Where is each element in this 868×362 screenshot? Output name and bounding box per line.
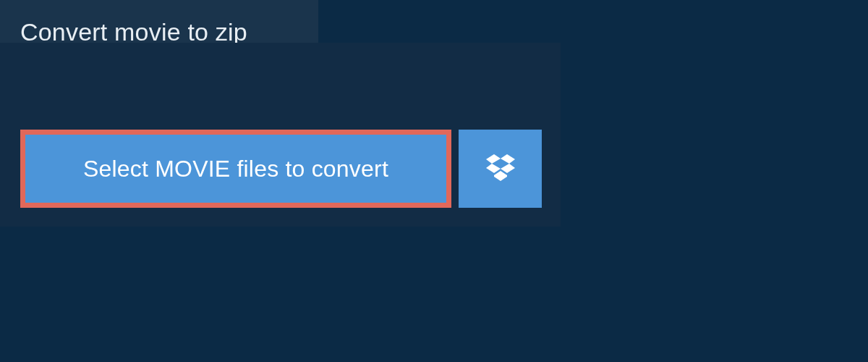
select-files-button[interactable]: Select MOVIE files to convert	[20, 130, 451, 208]
svg-marker-2	[486, 164, 501, 173]
dropbox-icon	[486, 153, 515, 185]
svg-marker-1	[501, 154, 515, 164]
dropbox-button[interactable]	[459, 130, 542, 208]
tab-label: Convert movie to zip	[20, 18, 247, 46]
converter-panel: Select MOVIE files to convert	[0, 43, 561, 227]
svg-marker-0	[486, 154, 501, 164]
action-row: Select MOVIE files to convert	[20, 130, 542, 208]
svg-marker-3	[501, 164, 515, 173]
svg-marker-4	[494, 171, 507, 181]
select-files-label: Select MOVIE files to convert	[83, 156, 388, 182]
